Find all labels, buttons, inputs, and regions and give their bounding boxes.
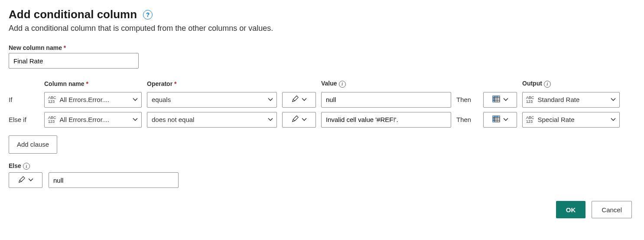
header-operator: Operator *: [147, 80, 277, 87]
row-prefix: Else if: [9, 116, 39, 123]
svg-rect-2: [493, 98, 495, 102]
dialog-subtitle: Add a conditional column that is compute…: [9, 24, 635, 33]
pencil-icon: [18, 176, 26, 185]
else-label: Elsei: [9, 162, 635, 170]
dialog-title: Add conditional column: [9, 8, 137, 21]
chevron-down-icon: [268, 116, 273, 123]
chevron-down-icon: [503, 96, 508, 103]
chevron-down-icon: [611, 96, 616, 103]
info-icon[interactable]: i: [23, 163, 30, 170]
chevron-down-icon: [611, 116, 616, 123]
value-input[interactable]: [321, 112, 451, 128]
column-icon: [492, 95, 501, 105]
header-output: Outputi: [522, 80, 620, 88]
chevron-down-icon: [28, 177, 33, 184]
header-value: Valuei: [321, 80, 451, 88]
type-any-icon: ABC123: [47, 96, 57, 104]
type-any-icon: ABC123: [525, 116, 535, 124]
svg-rect-10: [493, 118, 495, 122]
operator-dropdown[interactable]: equals: [147, 92, 277, 108]
cancel-button[interactable]: Cancel: [592, 201, 632, 218]
pencil-icon: [291, 95, 299, 104]
then-label: Then: [456, 96, 478, 103]
output-type-selector[interactable]: [483, 112, 517, 128]
conditions-grid: Column name * Operator * Valuei Outputi …: [9, 80, 635, 128]
chevron-down-icon: [302, 96, 307, 103]
svg-rect-9: [493, 116, 500, 118]
pencil-icon: [291, 115, 299, 124]
output-column-dropdown[interactable]: ABC123 Standard Rate: [522, 92, 620, 108]
new-column-name-input[interactable]: [9, 53, 139, 69]
new-column-name-label: New column name *: [9, 44, 635, 51]
row-prefix: If: [9, 96, 39, 103]
ok-button[interactable]: OK: [556, 201, 586, 218]
value-type-selector[interactable]: [282, 92, 316, 108]
value-input[interactable]: [321, 92, 451, 108]
chevron-down-icon: [503, 116, 508, 123]
type-any-icon: ABC123: [47, 116, 57, 124]
svg-rect-1: [493, 96, 500, 98]
add-clause-button[interactable]: Add clause: [9, 135, 57, 154]
else-value-input[interactable]: [49, 172, 179, 188]
chevron-down-icon: [133, 116, 138, 123]
chevron-down-icon: [268, 96, 273, 103]
value-type-selector[interactable]: [282, 112, 316, 128]
column-icon: [492, 115, 501, 125]
chevron-down-icon: [133, 96, 138, 103]
info-icon[interactable]: i: [339, 81, 346, 88]
help-icon[interactable]: ?: [143, 10, 153, 20]
output-type-selector[interactable]: [483, 92, 517, 108]
type-any-icon: ABC123: [525, 96, 535, 104]
operator-dropdown[interactable]: does not equal: [147, 112, 277, 128]
else-type-selector[interactable]: [9, 172, 42, 188]
chevron-down-icon: [302, 116, 307, 123]
column-name-dropdown[interactable]: ABC123 All Errors.Error....: [44, 112, 142, 128]
column-name-dropdown[interactable]: ABC123 All Errors.Error....: [44, 92, 142, 108]
then-label: Then: [456, 116, 478, 123]
header-column-name: Column name *: [44, 80, 142, 87]
output-column-dropdown[interactable]: ABC123 Special Rate: [522, 112, 620, 128]
info-icon[interactable]: i: [544, 81, 551, 88]
